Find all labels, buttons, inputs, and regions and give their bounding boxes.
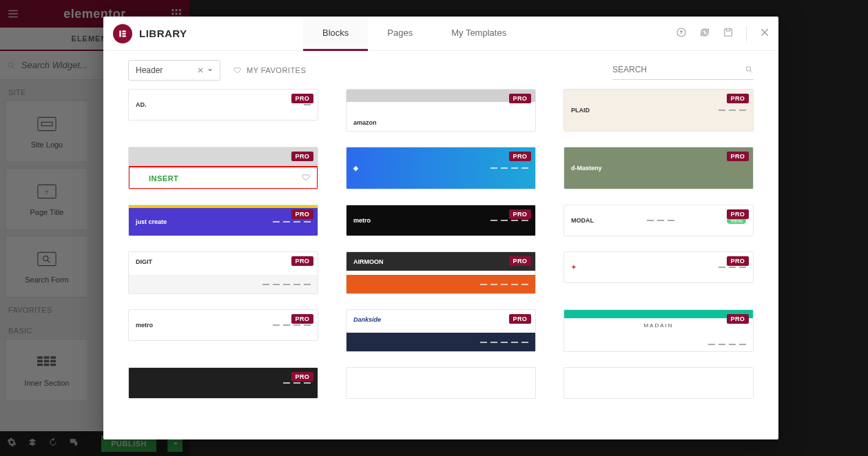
library-header-actions [676, 17, 770, 51]
template-card-hovered[interactable]: PRO INSERT [128, 147, 318, 189]
sync-icon[interactable] [699, 27, 710, 41]
svg-rect-28 [122, 30, 125, 32]
pro-badge: PRO [291, 209, 313, 219]
library-toolbar: Header MY FAVORITES [103, 51, 778, 89]
svg-point-33 [746, 67, 751, 72]
template-card[interactable]: MODALmenu PRO [564, 205, 754, 236]
filter-value: Header [136, 65, 163, 75]
download-icon [136, 174, 143, 182]
template-card[interactable] [564, 367, 754, 399]
pro-badge: PRO [509, 152, 531, 161]
library-search[interactable] [612, 61, 754, 80]
template-card[interactable]: PLAID PRO [564, 89, 754, 132]
pro-badge: PRO [509, 256, 531, 266]
pro-badge: PRO [509, 209, 531, 219]
template-card[interactable]: ✦ PRO [564, 251, 754, 283]
svg-rect-30 [122, 35, 125, 37]
template-card[interactable]: just create PRO [128, 205, 318, 236]
template-card[interactable]: d-Masteny PRO [564, 147, 754, 189]
tab-pages[interactable]: Pages [368, 17, 432, 51]
pro-badge: PRO [727, 256, 749, 266]
search-icon [745, 65, 754, 74]
pro-badge: PRO [291, 372, 313, 382]
insert-button[interactable]: INSERT [136, 174, 178, 183]
tab-blocks[interactable]: Blocks [303, 17, 368, 51]
pro-badge: PRO [509, 314, 531, 324]
template-card[interactable]: AIRMOON PRO [346, 251, 536, 294]
close-icon[interactable] [759, 27, 770, 41]
template-insert-bar: INSERT [129, 167, 318, 189]
library-header: LIBRARY Blocks Pages My Templates [103, 17, 778, 51]
pro-badge: PRO [727, 209, 749, 219]
template-card[interactable]: metro PRO [128, 309, 318, 341]
template-card[interactable] [346, 367, 536, 399]
my-favorites-toggle[interactable]: MY FAVORITES [233, 65, 306, 74]
library-search-input[interactable] [612, 65, 745, 74]
template-card[interactable]: MADAIN PRO [564, 309, 754, 352]
elementor-logo-icon [113, 24, 132, 43]
svg-rect-29 [122, 32, 125, 34]
template-card[interactable]: amazon PRO [346, 89, 536, 132]
pro-badge: PRO [291, 256, 313, 266]
separator [746, 26, 747, 41]
pro-badge: PRO [727, 314, 749, 324]
svg-rect-32 [725, 29, 732, 37]
template-card[interactable]: DIGIT PRO [128, 251, 318, 294]
pro-badge: PRO [509, 94, 531, 103]
pro-badge: PRO [291, 94, 313, 103]
tab-my-templates[interactable]: My Templates [432, 17, 526, 51]
heart-icon [233, 65, 242, 74]
template-card[interactable]: ◆ PRO [346, 147, 536, 189]
clear-filter-icon[interactable] [198, 65, 203, 75]
svg-rect-27 [119, 30, 121, 37]
template-grid[interactable]: AD. PRO amazon PRO PLAID PRO PRO INSERT [103, 89, 778, 439]
template-card[interactable]: PRO [128, 367, 318, 399]
library-modal: LIBRARY Blocks Pages My Templates Header… [103, 17, 778, 439]
pro-badge: PRO [727, 94, 749, 103]
favorites-label: MY FAVORITES [247, 66, 306, 74]
template-card[interactable]: Dankside PRO [346, 309, 536, 352]
template-card[interactable]: metro PRO [346, 205, 536, 236]
save-icon[interactable] [723, 27, 734, 41]
favorite-button[interactable] [301, 172, 311, 185]
pro-badge: PRO [291, 314, 313, 324]
category-filter[interactable]: Header [128, 60, 220, 81]
import-icon[interactable] [676, 27, 687, 41]
library-tabs: Blocks Pages My Templates [303, 17, 526, 51]
chevron-down-icon [207, 65, 213, 75]
template-card[interactable]: AD. PRO [128, 89, 318, 121]
library-title: LIBRARY [139, 28, 187, 39]
pro-badge: PRO [727, 152, 749, 161]
pro-badge: PRO [291, 152, 313, 161]
